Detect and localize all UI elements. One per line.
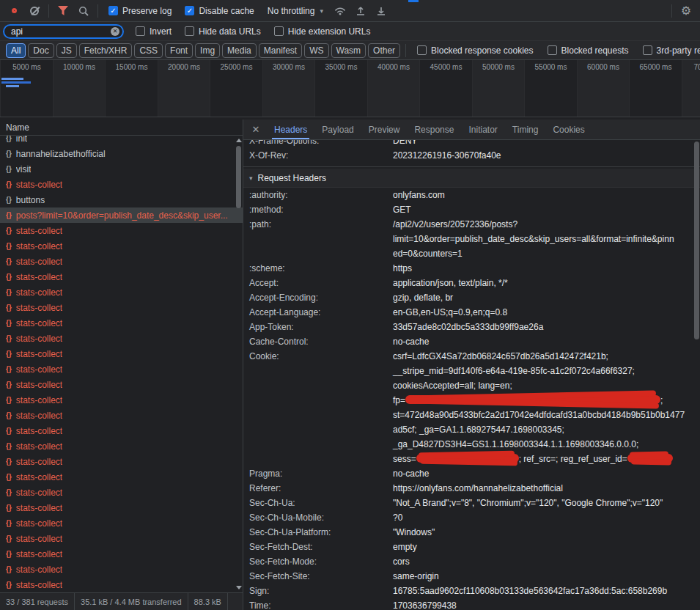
- request-row[interactable]: {}stats-collect: [0, 269, 243, 284]
- type-filter-wasm[interactable]: Wasm: [331, 43, 366, 58]
- request-row[interactable]: {}stats-collect: [0, 485, 243, 500]
- request-row[interactable]: {}stats-collect: [0, 315, 243, 331]
- type-filter-other[interactable]: Other: [368, 43, 400, 58]
- request-row[interactable]: {}visit: [0, 161, 243, 177]
- tab-preview[interactable]: Preview: [361, 120, 408, 139]
- scroll-up-arrow-icon[interactable]: [236, 139, 242, 142]
- request-row[interactable]: {}stats-collect: [0, 177, 243, 192]
- right-scrollbar[interactable]: [693, 140, 700, 610]
- overview-band: 40000 ms: [367, 60, 420, 117]
- overview-strip[interactable]: 5000 ms10000 ms15000 ms20000 ms25000 ms3…: [0, 60, 700, 117]
- tab-timing[interactable]: Timing: [505, 120, 546, 139]
- request-row[interactable]: {}stats-collect: [0, 515, 243, 531]
- request-row[interactable]: {}stats-collect: [0, 546, 243, 562]
- hide-data-urls-checkbox[interactable]: Hide data URLs: [185, 26, 261, 37]
- left-scrollbar[interactable]: [235, 136, 243, 592]
- request-row[interactable]: {}stats-collect: [0, 300, 243, 315]
- header-value: "Windows": [393, 525, 700, 540]
- tab-payload[interactable]: Payload: [314, 120, 361, 139]
- header-name: Referer:: [243, 481, 393, 496]
- request-name: stats-collect: [16, 380, 62, 390]
- request-row[interactable]: {}stats-collect: [0, 238, 243, 254]
- preserve-log-checkbox[interactable]: Preserve log: [108, 6, 172, 16]
- request-row[interactable]: {}buttons: [0, 192, 243, 207]
- type-filter-font[interactable]: Font: [165, 43, 193, 58]
- request-row[interactable]: {}stats-collect: [0, 392, 243, 408]
- left-scrollbar-thumb[interactable]: [236, 146, 241, 208]
- request-row[interactable]: {}hannahelizabethofficial: [0, 146, 243, 161]
- throttling-value: No throttling: [268, 6, 315, 16]
- request-row[interactable]: {}stats-collect: [0, 254, 243, 269]
- right-scrollbar-thumb[interactable]: [694, 142, 699, 339]
- script-icon: {}: [6, 334, 12, 342]
- third-party-requests-checkbox[interactable]: 3rd-party requests: [643, 45, 700, 56]
- scroll-down-arrow-icon[interactable]: [236, 586, 242, 589]
- filter-clear-icon[interactable]: ✕: [111, 27, 119, 36]
- clear-icon: [30, 7, 39, 15]
- script-icon: {}: [6, 365, 12, 373]
- hide-extension-urls-checkbox[interactable]: Hide extension URLs: [274, 26, 371, 37]
- list-column-header-name[interactable]: Name: [0, 120, 243, 136]
- tab-cookies[interactable]: Cookies: [545, 120, 592, 139]
- type-filter-img[interactable]: Img: [195, 43, 220, 58]
- clear-network-log-button[interactable]: [25, 2, 44, 20]
- request-row[interactable]: {}stats-collect: [0, 423, 243, 438]
- filter-toggle-button[interactable]: [54, 2, 73, 20]
- blocked-response-cookies-checkbox[interactable]: Blocked response cookies: [417, 45, 533, 56]
- request-row[interactable]: {}stats-collect: [0, 331, 243, 346]
- type-filter-manifest[interactable]: Manifest: [259, 43, 302, 58]
- script-icon: {}: [6, 165, 12, 173]
- throttling-dropdown[interactable]: No throttling ▾: [268, 6, 323, 16]
- network-conditions-button[interactable]: [331, 2, 350, 20]
- tab-response[interactable]: Response: [407, 120, 461, 139]
- overview-band: 45000 ms: [419, 60, 472, 117]
- overview-band: 70000 m: [682, 60, 700, 117]
- request-row[interactable]: {}init: [0, 136, 243, 146]
- settings-button[interactable]: ⚙: [677, 2, 696, 20]
- tab-headers[interactable]: Headers: [267, 120, 314, 139]
- header-row: Sec-Ch-Ua:"Not_A Brand";v="8", "Chromium…: [243, 496, 700, 510]
- invert-checkbox[interactable]: Invert: [136, 26, 172, 37]
- request-row[interactable]: {}stats-collect: [0, 500, 243, 515]
- overview-time-label: 65000 ms: [630, 63, 682, 71]
- request-row[interactable]: {}stats-collect: [0, 284, 243, 300]
- request-row[interactable]: {}stats-collect: [0, 361, 243, 377]
- request-name: stats-collect: [16, 411, 62, 421]
- request-row[interactable]: {}stats-collect: [0, 223, 243, 238]
- header-name: :path:: [243, 217, 393, 232]
- type-filter-css[interactable]: CSS: [134, 43, 163, 58]
- close-icon[interactable]: ✕: [248, 124, 264, 135]
- header-value: "Not_A Brand";v="8", "Chromium";v="120",…: [393, 496, 700, 510]
- request-headers-list: :authority:onlyfans.com:method:GET:path:…: [243, 188, 700, 610]
- request-row[interactable]: {}stats-collect: [0, 438, 243, 454]
- type-filter-fetch-xhr[interactable]: Fetch/XHR: [79, 43, 133, 58]
- request-row[interactable]: {}stats-collect: [0, 346, 243, 361]
- request-row[interactable]: {}posts?limit=10&order=publish_date_desc…: [0, 207, 243, 223]
- checkbox-checked-icon: [185, 6, 194, 15]
- request-row[interactable]: {}stats-collect: [0, 531, 243, 546]
- request-row[interactable]: {}stats-collect: [0, 577, 243, 592]
- type-filter-ws[interactable]: WS: [304, 43, 328, 58]
- type-filter-js[interactable]: JS: [56, 43, 77, 58]
- request-row[interactable]: {}stats-collect: [0, 562, 243, 577]
- overview-time-label: 20000 ms: [158, 63, 210, 71]
- type-filter-media[interactable]: Media: [222, 43, 257, 58]
- filter-input[interactable]: [3, 24, 124, 39]
- disable-cache-checkbox[interactable]: Disable cache: [185, 6, 254, 16]
- type-filter-doc[interactable]: Doc: [28, 43, 54, 58]
- export-har-button[interactable]: [372, 2, 391, 20]
- request-headers-section[interactable]: ▾ Request Headers: [243, 169, 700, 188]
- header-row: Sec-Fetch-Mode:cors: [243, 554, 700, 569]
- request-row[interactable]: {}stats-collect: [0, 377, 243, 392]
- third-party-requests-label: 3rd-party requests: [657, 45, 700, 56]
- request-row[interactable]: {}stats-collect: [0, 469, 243, 485]
- blocked-requests-checkbox[interactable]: Blocked requests: [548, 45, 629, 56]
- tab-initiator[interactable]: Initiator: [461, 120, 504, 139]
- record-button[interactable]: [4, 2, 23, 20]
- search-button[interactable]: [74, 2, 93, 20]
- import-har-button[interactable]: [351, 2, 370, 20]
- script-icon: {}: [6, 211, 12, 219]
- type-filter-all[interactable]: All: [6, 43, 26, 58]
- request-row[interactable]: {}stats-collect: [0, 408, 243, 423]
- request-row[interactable]: {}stats-collect: [0, 454, 243, 469]
